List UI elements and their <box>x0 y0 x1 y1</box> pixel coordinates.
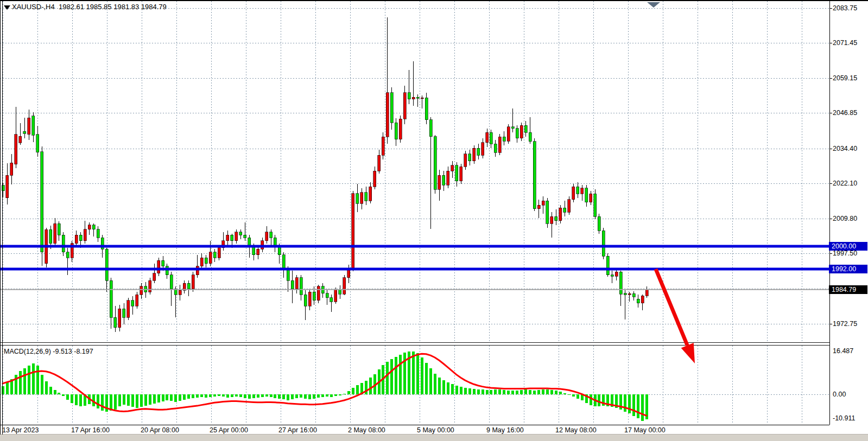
macd-histogram-bar <box>308 394 311 399</box>
macd-histogram-bar <box>576 394 579 399</box>
macd-histogram-bar <box>438 378 441 394</box>
candle-bear <box>455 165 458 181</box>
candle-bear <box>563 208 566 212</box>
macd-histogram-bar <box>468 388 471 394</box>
candle-bear <box>105 249 108 280</box>
candle-bear <box>79 235 82 240</box>
macd-histogram-bar <box>559 392 562 394</box>
macd-histogram-bar <box>295 394 298 398</box>
macd-histogram-bar <box>278 394 281 399</box>
macd-histogram-bar <box>572 394 575 397</box>
candle-bull <box>399 119 402 139</box>
macd-histogram-bar <box>546 389 549 394</box>
candle-bear <box>611 275 613 277</box>
macd-histogram-bar <box>347 391 350 394</box>
candle-bull <box>179 290 181 295</box>
candle-bear <box>516 129 518 138</box>
macd-histogram-bar <box>624 394 626 412</box>
macd-histogram-bar <box>352 388 354 394</box>
macd-histogram-bar <box>386 362 389 394</box>
candle-bull <box>75 235 78 244</box>
candle-bear <box>170 275 173 289</box>
macd-histogram-bar <box>507 391 510 394</box>
macd-histogram-bar <box>511 391 514 394</box>
macd-histogram-bar <box>533 391 536 394</box>
candle-bear <box>239 232 242 235</box>
macd-histogram-bar <box>321 394 324 397</box>
macd-histogram-bar <box>153 394 156 404</box>
candle-bull <box>615 272 618 276</box>
candle-bear <box>244 235 246 238</box>
macd-histogram-bar <box>97 394 99 408</box>
macd-histogram-bar <box>632 394 635 416</box>
macd-histogram-bar <box>460 387 462 394</box>
candle-bear <box>365 193 368 201</box>
candle-bear <box>533 142 536 209</box>
candle-bear <box>110 280 112 317</box>
macd-histogram-bar <box>390 359 393 394</box>
candle-bull <box>438 175 441 189</box>
candle-bear <box>490 132 492 144</box>
candle-bear <box>36 135 39 152</box>
candle-bull <box>192 275 194 289</box>
candle-bear <box>468 154 471 161</box>
macd-histogram-bar <box>62 394 65 396</box>
candle-bear <box>282 255 285 269</box>
candle-bear <box>494 144 497 152</box>
candle-bear <box>187 283 190 289</box>
candle-bull <box>378 155 381 171</box>
candle-bull <box>127 301 130 317</box>
macd-histogram-bar <box>213 394 216 397</box>
macd-histogram-bar <box>23 368 26 394</box>
macd-histogram-bar <box>473 389 476 394</box>
macd-histogram-bar <box>41 375 43 394</box>
candle-bear <box>166 266 168 275</box>
macd-histogram-bar <box>330 394 333 397</box>
macd-histogram-bar <box>412 351 415 394</box>
macd-histogram-bar <box>257 394 259 398</box>
candle-bull <box>447 171 449 185</box>
macd-histogram-bar <box>516 391 518 394</box>
candle-bear <box>598 216 600 231</box>
candle-bear <box>162 260 164 266</box>
candle-bull <box>373 171 376 187</box>
candle-bull <box>369 187 372 201</box>
macd-histogram-bar <box>455 386 458 394</box>
chart-canvas[interactable] <box>0 0 868 441</box>
macd-histogram-bar <box>451 384 454 394</box>
macd-histogram-bar <box>19 371 22 394</box>
macd-histogram-bar <box>356 385 359 394</box>
macd-histogram-bar <box>537 390 540 394</box>
macd-histogram-bar <box>291 394 294 399</box>
candle-bear <box>585 188 588 202</box>
macd-histogram-bar <box>2 386 4 394</box>
candle-bear <box>408 93 410 99</box>
candle-bull <box>486 132 489 142</box>
candle-bull <box>28 118 30 134</box>
macd-histogram-bar <box>200 394 203 397</box>
candle-bull <box>645 290 648 296</box>
macd-histogram-bar <box>628 394 631 413</box>
candle-bear <box>32 116 35 135</box>
macd-histogram-bar <box>416 353 419 394</box>
macd-histogram-bar <box>239 394 242 397</box>
candle-bear <box>390 93 393 123</box>
macd-histogram-bar <box>123 394 125 405</box>
macd-histogram-bar <box>75 394 78 405</box>
candle-bull <box>235 232 238 241</box>
candle-bull <box>421 98 423 98</box>
candle-bull <box>19 136 22 143</box>
candle-bear <box>416 97 419 98</box>
macd-histogram-bar <box>131 394 134 407</box>
candle-bull <box>196 266 199 275</box>
chart-window: XAUUSD-,H4 1982.61 1985.85 1981.83 1984.… <box>0 0 868 441</box>
candle-bear <box>632 293 635 297</box>
candle-bear <box>49 229 52 244</box>
candle-bull <box>10 163 13 175</box>
candle-bear <box>270 232 273 238</box>
macd-histogram-bar <box>274 394 276 398</box>
candle-bull <box>498 137 501 152</box>
macd-histogram-bar <box>563 393 566 394</box>
macd-histogram-bar <box>486 390 489 394</box>
macd-histogram-bar <box>590 394 592 405</box>
